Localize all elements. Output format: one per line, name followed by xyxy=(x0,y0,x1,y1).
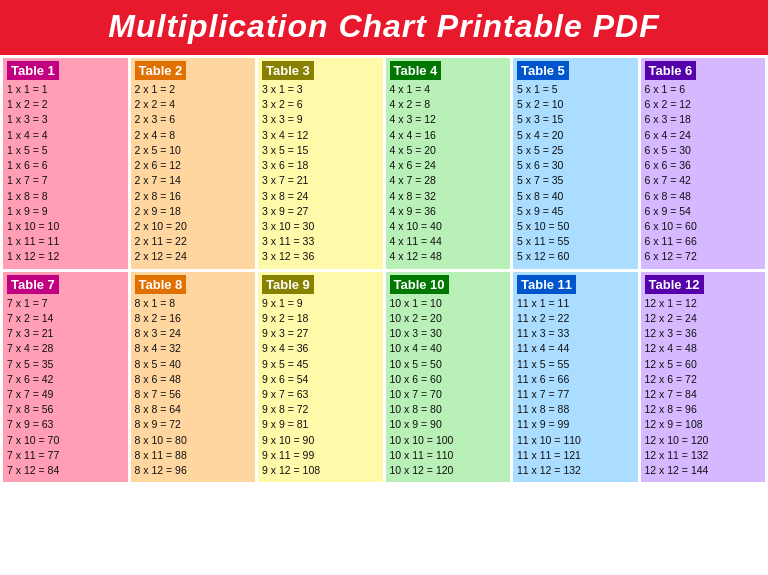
table-t3: Table 33 x 1 = 33 x 2 = 63 x 3 = 93 x 4 … xyxy=(258,58,383,269)
table-body-t10: 10 x 1 = 1010 x 2 = 2010 x 3 = 3010 x 4 … xyxy=(390,296,507,479)
table-title-t7: Table 7 xyxy=(7,275,59,294)
table-body-t9: 9 x 1 = 99 x 2 = 189 x 3 = 279 x 4 = 369… xyxy=(262,296,379,479)
table-t9: Table 99 x 1 = 99 x 2 = 189 x 3 = 279 x … xyxy=(258,272,383,483)
table-t4: Table 44 x 1 = 44 x 2 = 84 x 3 = 124 x 4… xyxy=(386,58,511,269)
table-body-t6: 6 x 1 = 66 x 2 = 126 x 3 = 186 x 4 = 246… xyxy=(645,82,762,265)
table-body-t11: 11 x 1 = 1111 x 2 = 2211 x 3 = 3311 x 4 … xyxy=(517,296,634,479)
table-t8: Table 88 x 1 = 88 x 2 = 168 x 3 = 248 x … xyxy=(131,272,256,483)
table-body-t12: 12 x 1 = 1212 x 2 = 2412 x 3 = 3612 x 4 … xyxy=(645,296,762,479)
table-t11: Table 1111 x 1 = 1111 x 2 = 2211 x 3 = 3… xyxy=(513,272,638,483)
table-title-t2: Table 2 xyxy=(135,61,187,80)
table-body-t3: 3 x 1 = 33 x 2 = 63 x 3 = 93 x 4 = 123 x… xyxy=(262,82,379,265)
table-t5: Table 55 x 1 = 55 x 2 = 105 x 3 = 155 x … xyxy=(513,58,638,269)
table-t10: Table 1010 x 1 = 1010 x 2 = 2010 x 3 = 3… xyxy=(386,272,511,483)
table-title-t9: Table 9 xyxy=(262,275,314,294)
table-title-t10: Table 10 xyxy=(390,275,449,294)
table-body-t4: 4 x 1 = 44 x 2 = 84 x 3 = 124 x 4 = 164 … xyxy=(390,82,507,265)
table-t2: Table 22 x 1 = 22 x 2 = 42 x 3 = 62 x 4 … xyxy=(131,58,256,269)
table-body-t7: 7 x 1 = 77 x 2 = 147 x 3 = 217 x 4 = 287… xyxy=(7,296,124,479)
table-body-t5: 5 x 1 = 55 x 2 = 105 x 3 = 155 x 4 = 205… xyxy=(517,82,634,265)
tables-grid: Table 11 x 1 = 11 x 2 = 21 x 3 = 31 x 4 … xyxy=(0,55,768,485)
table-title-t6: Table 6 xyxy=(645,61,697,80)
page-wrapper: Multiplication Chart Printable PDF Table… xyxy=(0,0,768,575)
table-title-t4: Table 4 xyxy=(390,61,442,80)
table-title-t8: Table 8 xyxy=(135,275,187,294)
table-title-t11: Table 11 xyxy=(517,275,576,294)
table-t7: Table 77 x 1 = 77 x 2 = 147 x 3 = 217 x … xyxy=(3,272,128,483)
table-body-t1: 1 x 1 = 11 x 2 = 21 x 3 = 31 x 4 = 41 x … xyxy=(7,82,124,265)
table-title-t1: Table 1 xyxy=(7,61,59,80)
table-t1: Table 11 x 1 = 11 x 2 = 21 x 3 = 31 x 4 … xyxy=(3,58,128,269)
table-t6: Table 66 x 1 = 66 x 2 = 126 x 3 = 186 x … xyxy=(641,58,766,269)
table-t12: Table 1212 x 1 = 1212 x 2 = 2412 x 3 = 3… xyxy=(641,272,766,483)
table-body-t2: 2 x 1 = 22 x 2 = 42 x 3 = 62 x 4 = 82 x … xyxy=(135,82,252,265)
page-header: Multiplication Chart Printable PDF xyxy=(0,0,768,55)
table-title-t3: Table 3 xyxy=(262,61,314,80)
table-title-t12: Table 12 xyxy=(645,275,704,294)
table-title-t5: Table 5 xyxy=(517,61,569,80)
table-body-t8: 8 x 1 = 88 x 2 = 168 x 3 = 248 x 4 = 328… xyxy=(135,296,252,479)
page-title: Multiplication Chart Printable PDF xyxy=(0,8,768,45)
